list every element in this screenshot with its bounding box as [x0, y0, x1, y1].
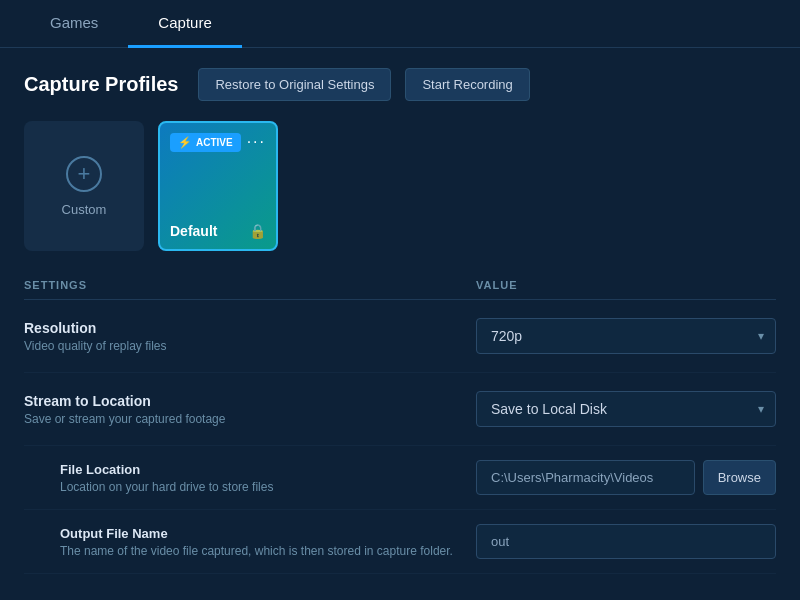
file-location-row: File Location Location on your hard driv…: [24, 446, 776, 510]
stream-location-dropdown-wrapper: Save to Local Disk Stream to Twitch Stre…: [476, 391, 776, 427]
header-row: Capture Profiles Restore to Original Set…: [24, 68, 776, 101]
default-profile-name: Default: [170, 223, 217, 239]
file-location-info: File Location Location on your hard driv…: [60, 462, 476, 494]
lock-icon: 🔒: [249, 223, 266, 239]
output-filename-control: [476, 524, 776, 559]
file-location-input[interactable]: [476, 460, 695, 495]
active-badge: ⚡ ACTIVE: [170, 133, 241, 152]
file-location-desc: Location on your hard drive to store fil…: [60, 480, 476, 494]
output-filename-info: Output File Name The name of the video f…: [60, 526, 476, 558]
restore-button[interactable]: Restore to Original Settings: [198, 68, 391, 101]
settings-section: SETTINGS VALUE Resolution Video quality …: [24, 279, 776, 574]
main-content: Capture Profiles Restore to Original Set…: [0, 48, 800, 594]
resolution-setting-row: Resolution Video quality of replay files…: [24, 300, 776, 373]
output-filename-row: Output File Name The name of the video f…: [24, 510, 776, 574]
bolt-icon: ⚡: [178, 136, 192, 149]
resolution-control: 720p 1080p 1440p 4K ▾: [476, 318, 776, 354]
output-filename-input[interactable]: [476, 524, 776, 559]
resolution-desc: Video quality of replay files: [24, 339, 476, 353]
profiles-row: + Custom ⚡ ACTIVE ··· Default 🔒: [24, 121, 776, 251]
top-navigation: Games Capture: [0, 0, 800, 48]
file-location-name: File Location: [60, 462, 476, 477]
browse-button[interactable]: Browse: [703, 460, 776, 495]
stream-location-name: Stream to Location: [24, 393, 476, 409]
profile-card-custom[interactable]: + Custom: [24, 121, 144, 251]
value-column-header: VALUE: [476, 279, 776, 291]
stream-location-setting-row: Stream to Location Save or stream your c…: [24, 373, 776, 446]
add-icon: +: [66, 156, 102, 192]
resolution-name: Resolution: [24, 320, 476, 336]
output-filename-desc: The name of the video file captured, whi…: [60, 544, 476, 558]
profile-card-default[interactable]: ⚡ ACTIVE ··· Default 🔒: [158, 121, 278, 251]
tab-capture[interactable]: Capture: [128, 0, 241, 48]
page-title: Capture Profiles: [24, 73, 178, 96]
file-location-control: Browse: [476, 460, 776, 495]
settings-column-header: SETTINGS: [24, 279, 476, 291]
custom-label: Custom: [62, 202, 107, 217]
stream-location-info: Stream to Location Save or stream your c…: [24, 393, 476, 426]
dots-menu-button[interactable]: ···: [247, 133, 266, 151]
stream-location-dropdown[interactable]: Save to Local Disk Stream to Twitch Stre…: [476, 391, 776, 427]
stream-location-desc: Save or stream your captured footage: [24, 412, 476, 426]
settings-header: SETTINGS VALUE: [24, 279, 776, 300]
output-filename-name: Output File Name: [60, 526, 476, 541]
start-recording-button[interactable]: Start Recording: [405, 68, 529, 101]
resolution-dropdown[interactable]: 720p 1080p 1440p 4K: [476, 318, 776, 354]
tab-games[interactable]: Games: [20, 0, 128, 48]
stream-location-control: Save to Local Disk Stream to Twitch Stre…: [476, 391, 776, 427]
resolution-info: Resolution Video quality of replay files: [24, 320, 476, 353]
resolution-dropdown-wrapper: 720p 1080p 1440p 4K ▾: [476, 318, 776, 354]
